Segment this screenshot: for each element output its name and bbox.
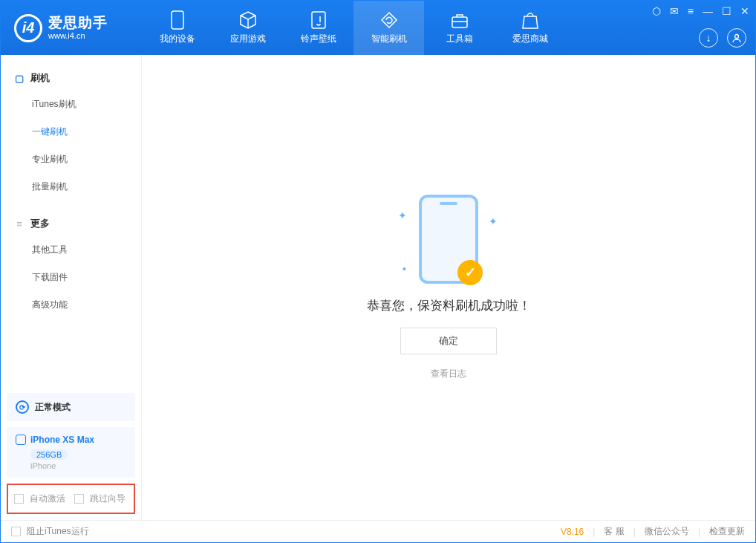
sidebar-item-advanced[interactable]: 高级功能 <box>1 291 141 319</box>
ok-button[interactable]: 确定 <box>400 328 497 354</box>
tab-toolbox[interactable]: 工具箱 <box>424 1 495 55</box>
checkbox-block-itunes[interactable]: 阻止iTunes运行 <box>11 525 89 538</box>
sidebar-section-more: ≡ 更多 其他工具 下载固件 高级功能 <box>1 201 141 319</box>
check-badge-icon: ✓ <box>457 260 483 285</box>
view-log-link[interactable]: 查看日志 <box>431 368 466 380</box>
sidebar-item-download-firmware[interactable]: 下载固件 <box>1 264 141 291</box>
sidebar-item-onekey-flash[interactable]: 一键刷机 <box>1 118 141 146</box>
success-message: 恭喜您，保资料刷机成功啦！ <box>367 297 531 314</box>
sparkle-icon: • <box>403 263 406 275</box>
titlebar-actions: ↓ <box>699 28 746 48</box>
device-icon <box>168 10 187 30</box>
tab-ringtone-wallpaper[interactable]: 铃声壁纸 <box>283 1 353 55</box>
checkbox-icon <box>74 494 84 504</box>
device-storage: 256GB <box>30 449 68 460</box>
app-name-en: www.i4.cn <box>48 31 108 41</box>
statusbar-right: V8.16 | 客 服 | 微信公众号 | 检查更新 <box>561 525 745 538</box>
link-service[interactable]: 客 服 <box>604 525 624 538</box>
sidebar-item-batch-flash[interactable]: 批量刷机 <box>1 173 141 201</box>
statusbar: 阻止iTunes运行 V8.16 | 客 服 | 微信公众号 | 检查更新 <box>1 520 755 542</box>
tab-label: 智能刷机 <box>371 33 407 45</box>
tab-smart-flash[interactable]: 智能刷机 <box>353 1 424 55</box>
sparkle-icon: ✦ <box>398 209 407 221</box>
sidebar-item-itunes-flash[interactable]: iTunes刷机 <box>1 91 141 118</box>
download-button[interactable]: ↓ <box>699 28 718 48</box>
body: ▢ 刷机 iTunes刷机 一键刷机 专业刷机 批量刷机 ≡ 更多 其他工具 下… <box>1 55 755 520</box>
tab-my-device[interactable]: 我的设备 <box>142 1 212 55</box>
list-icon: ≡ <box>14 218 25 229</box>
checkbox-icon <box>11 527 21 536</box>
mode-box[interactable]: ⟳ 正常模式 <box>7 393 135 421</box>
tab-label: 工具箱 <box>446 33 473 45</box>
checkbox-auto-activate[interactable]: 自动激活 <box>14 492 65 505</box>
sidebar: ▢ 刷机 iTunes刷机 一键刷机 专业刷机 批量刷机 ≡ 更多 其他工具 下… <box>1 55 142 520</box>
tab-label: 我的设备 <box>160 33 195 45</box>
minimize-button[interactable]: — <box>703 5 713 17</box>
logo[interactable]: i4 爱思助手 www.i4.cn <box>1 1 142 55</box>
tab-label: 应用游戏 <box>230 33 266 45</box>
sidebar-header-label: 刷机 <box>30 71 50 85</box>
svg-point-3 <box>735 35 739 39</box>
version-label: V8.16 <box>561 527 584 537</box>
divider: | <box>633 527 636 537</box>
main-content: ✦ • ✦ ✓ 恭喜您，保资料刷机成功啦！ 确定 查看日志 <box>142 55 755 520</box>
logo-icon: i4 <box>14 14 42 42</box>
app-window: i4 爱思助手 www.i4.cn 我的设备 应用游戏 铃声壁纸 智能刷机 <box>0 0 756 543</box>
tab-label: 铃声壁纸 <box>301 33 336 45</box>
logo-text: 爱思助手 www.i4.cn <box>48 15 108 42</box>
user-button[interactable] <box>727 28 746 48</box>
phone-icon: ▢ <box>14 73 25 83</box>
checkbox-label: 自动激活 <box>30 492 65 505</box>
device-name: iPhone XS Max <box>30 435 94 445</box>
checkbox-skip-guide[interactable]: 跳过向导 <box>74 492 126 505</box>
highlighted-options: 自动激活 跳过向导 <box>7 484 135 514</box>
bag-icon <box>521 10 540 30</box>
success-illustration: ✦ • ✦ ✓ <box>419 195 478 284</box>
cube-icon <box>238 10 258 30</box>
tab-store[interactable]: 爱思商城 <box>495 1 565 55</box>
tab-apps-games[interactable]: 应用游戏 <box>212 1 283 55</box>
divider: | <box>593 527 595 537</box>
sidebar-header-flash[interactable]: ▢ 刷机 <box>1 65 141 91</box>
sidebar-item-pro-flash[interactable]: 专业刷机 <box>1 146 141 173</box>
link-update[interactable]: 检查更新 <box>709 525 745 538</box>
phone-small-icon <box>16 435 26 445</box>
maximize-button[interactable]: ☐ <box>722 5 731 17</box>
link-wechat[interactable]: 微信公众号 <box>645 525 689 538</box>
feedback-icon[interactable]: ✉ <box>670 5 679 17</box>
shirt-icon[interactable]: ⬡ <box>652 5 661 17</box>
device-type: iPhone <box>30 461 126 470</box>
refresh-icon <box>379 10 399 30</box>
phone-illustration: ✓ <box>419 195 478 284</box>
toolbox-icon <box>450 10 469 30</box>
sidebar-header-label: 更多 <box>30 217 50 230</box>
sparkle-icon: ✦ <box>489 215 498 227</box>
checkbox-label: 阻止iTunes运行 <box>27 525 89 538</box>
svg-rect-0 <box>172 11 183 29</box>
menu-icon[interactable]: ≡ <box>688 5 694 17</box>
divider: | <box>698 527 700 537</box>
window-controls: ⬡ ✉ ≡ — ☐ ✕ <box>652 5 749 17</box>
device-box[interactable]: iPhone XS Max 256GB iPhone <box>7 427 135 478</box>
close-button[interactable]: ✕ <box>740 5 749 17</box>
main-tabs: 我的设备 应用游戏 铃声壁纸 智能刷机 工具箱 爱思商城 <box>142 1 565 55</box>
sidebar-section-flash: ▢ 刷机 iTunes刷机 一键刷机 专业刷机 批量刷机 <box>1 55 141 201</box>
sidebar-bottom: ⟳ 正常模式 iPhone XS Max 256GB iPhone 自动激活 <box>1 387 141 520</box>
sidebar-header-more[interactable]: ≡ 更多 <box>1 211 141 236</box>
titlebar: i4 爱思助手 www.i4.cn 我的设备 应用游戏 铃声壁纸 智能刷机 <box>1 1 755 55</box>
checkbox-icon <box>14 494 24 504</box>
music-icon <box>309 10 328 30</box>
sidebar-item-other-tools[interactable]: 其他工具 <box>1 236 141 264</box>
svg-rect-2 <box>452 17 467 27</box>
mode-label: 正常模式 <box>35 401 71 414</box>
tab-label: 爱思商城 <box>512 33 548 45</box>
mode-icon: ⟳ <box>16 400 29 414</box>
app-name-cn: 爱思助手 <box>48 15 108 32</box>
checkbox-label: 跳过向导 <box>90 492 126 505</box>
